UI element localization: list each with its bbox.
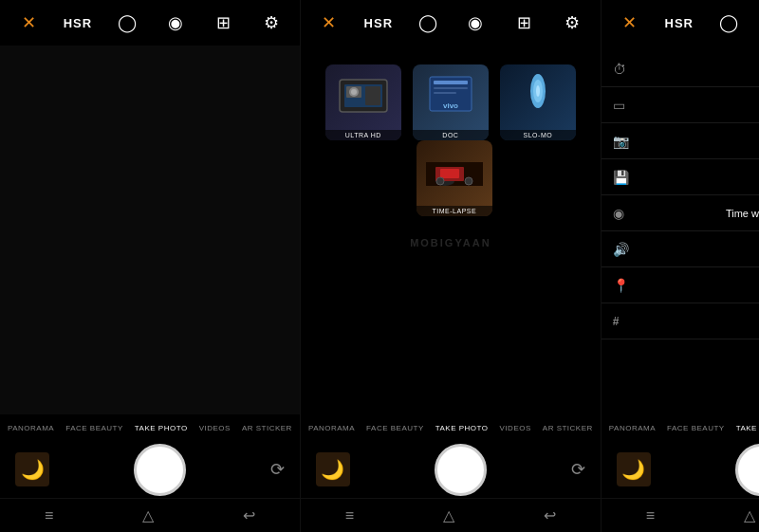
svg-point-18 [436, 177, 444, 185]
ultra-hd-image [325, 64, 401, 126]
grid-icon[interactable]: ⊞ [210, 12, 236, 33]
watermark-icon: ◉ [613, 206, 634, 221]
doc-label: DOC [413, 130, 489, 140]
svg-point-19 [465, 177, 472, 185]
slo-mo-label: SLO-MO [500, 130, 576, 140]
svg-rect-17 [440, 169, 459, 178]
profile-icon-right[interactable]: ◯ [715, 12, 742, 33]
ratio-icon: ▭ [613, 98, 634, 113]
capture-options: Touch Voice Palm [634, 136, 759, 147]
home-icon-mid[interactable]: △ [443, 506, 454, 524]
mode-panorama-right[interactable]: PANORAMA [609, 424, 656, 432]
timer-options: Off 3 s 10 s [634, 64, 759, 75]
mode-face-beauty-mid[interactable]: FACE BEAUTY [366, 424, 424, 432]
mode-row-2: TIME-LAPSE [409, 140, 492, 216]
mode-card-time-lapse[interactable]: TIME-LAPSE [417, 140, 492, 216]
gallery-thumb-right[interactable]: 🌙 [617, 452, 651, 486]
location-options: Geographic locations [634, 280, 759, 291]
shutter-button-right[interactable] [735, 444, 759, 496]
svg-rect-3 [365, 86, 380, 105]
menu-icon-right[interactable]: ≡ [646, 507, 655, 524]
svg-rect-7 [434, 81, 468, 84]
right-panel: ✕ HSR ◯ ◉ ⊞ ⚙ ⏱ Off 3 s 10 s ▭ Normal Fu… [602, 0, 759, 532]
framing-icon: # [613, 315, 634, 328]
right-mode-strip: PANORAMA FACE BEAUTY TAKE PHOTO VIDEOS A… [602, 414, 759, 441]
shutter-button[interactable] [134, 444, 186, 496]
back-icon-mid[interactable]: ↩ [544, 506, 556, 524]
svg-text:vivo: vivo [443, 101, 458, 110]
lens-icon-mid[interactable]: ◉ [462, 12, 489, 33]
back-icon[interactable]: ↩ [243, 506, 255, 524]
flip-camera-icon-mid[interactable]: ⟳ [571, 459, 585, 480]
left-toolbar: ✕ HSR ◯ ◉ ⊞ ⚙ [0, 0, 300, 46]
flash-icon[interactable]: ✕ [15, 12, 42, 33]
storage-setting[interactable]: 💾 Phone storage SD card [602, 159, 759, 195]
menu-icon-mid[interactable]: ≡ [345, 507, 354, 524]
settings-list: ⏱ Off 3 s 10 s ▭ Normal Full Square 📷 To… [602, 46, 759, 414]
middle-mode-strip: PANORAMA FACE BEAUTY TAKE PHOTO VIDEOS A… [301, 414, 601, 441]
left-cam-controls: 🌙 ⟳ [0, 441, 300, 498]
mode-take-photo-mid[interactable]: TAKE PHOTO [435, 424, 489, 432]
flash-icon-right[interactable]: ✕ [617, 12, 643, 33]
grid-icon-mid[interactable]: ⊞ [510, 12, 537, 33]
home-icon-right[interactable]: △ [744, 506, 755, 524]
mode-card-slo-mo[interactable]: SLO-MO [500, 64, 576, 140]
mode-face-beauty[interactable]: FACE BEAUTY [65, 424, 123, 432]
sound-setting[interactable]: 🔊 Sound [602, 231, 759, 267]
middle-bottom-nav: ≡ △ ↩ [301, 498, 601, 532]
gallery-thumb-mid[interactable]: 🌙 [316, 452, 350, 486]
hsr-label-right: HSR [665, 16, 694, 30]
mode-videos-mid[interactable]: VIDEOS [500, 424, 531, 432]
mode-take-photo[interactable]: TAKE PHOTO [135, 424, 188, 432]
mode-card-doc[interactable]: vivo DOC [413, 64, 489, 140]
profile-icon-mid[interactable]: ◯ [415, 12, 441, 33]
settings-icon-mid[interactable]: ⚙ [559, 12, 585, 33]
sound-options: Sound [634, 244, 759, 255]
right-bottom-nav: ≡ △ ↩ [602, 498, 759, 532]
home-icon[interactable]: △ [142, 506, 154, 524]
ratio-setting[interactable]: ▭ Normal Full Square [602, 87, 759, 123]
mode-panorama[interactable]: PANORAMA [8, 424, 54, 432]
profile-icon[interactable]: ◯ [114, 12, 140, 33]
left-camera-view [0, 46, 300, 414]
watermark: MOBIGYAAN [410, 237, 491, 248]
svg-point-13 [536, 85, 540, 97]
svg-point-5 [351, 89, 357, 95]
shutter-button-mid[interactable] [435, 444, 487, 496]
ultra-hd-label: ULTRA HD [325, 130, 401, 140]
flip-camera-icon[interactable]: ⟳ [270, 459, 285, 480]
mode-grid-area: ULTRA HD vivo DOC [301, 46, 601, 414]
hsr-label: HSR [64, 16, 92, 30]
settings-icon[interactable]: ⚙ [258, 12, 285, 33]
menu-icon[interactable]: ≡ [45, 507, 53, 524]
mode-videos[interactable]: VIDEOS [199, 424, 231, 432]
middle-panel: ✕ HSR ◯ ◉ ⊞ ⚙ ULTRA HD [301, 0, 602, 532]
watermark-setting[interactable]: ◉ Time watermark Model watermark [602, 195, 759, 231]
gallery-thumb[interactable]: 🌙 [15, 452, 49, 486]
mode-ar-sticker[interactable]: AR STICKER [242, 424, 292, 432]
middle-cam-controls: 🌙 ⟳ [301, 441, 601, 498]
mode-face-beauty-right[interactable]: FACE BEAUTY [667, 424, 725, 432]
timer-setting[interactable]: ⏱ Off 3 s 10 s [602, 51, 759, 87]
right-cam-controls: 🌙 ⟳ [602, 441, 759, 498]
mode-take-photo-right[interactable]: TAKE PHOTO [736, 424, 759, 432]
framing-options: Framing lines [634, 316, 759, 327]
framing-setting[interactable]: # Framing lines [602, 303, 759, 339]
lens-icon[interactable]: ◉ [162, 12, 189, 33]
doc-image: vivo [413, 64, 489, 126]
left-panel: ✕ HSR ◯ ◉ ⊞ ⚙ PANORAMA FACE BEAUTY TAKE … [0, 0, 301, 532]
location-setting[interactable]: 📍 Geographic locations [602, 267, 759, 303]
mode-card-ultra-hd[interactable]: ULTRA HD [325, 64, 401, 140]
mode-row-1: ULTRA HD vivo DOC [325, 64, 576, 140]
location-icon: 📍 [613, 278, 634, 293]
ratio-options: Normal Full Square [634, 100, 759, 111]
time-watermark[interactable]: Time watermark [726, 208, 759, 219]
mode-panorama-mid[interactable]: PANORAMA [308, 424, 355, 432]
right-toolbar: ✕ HSR ◯ ◉ ⊞ ⚙ [602, 0, 759, 46]
mode-ar-sticker-mid[interactable]: AR STICKER [543, 424, 593, 432]
capture-setting[interactable]: 📷 Touch Voice Palm [602, 123, 759, 159]
svg-rect-8 [434, 87, 468, 89]
flash-icon-mid[interactable]: ✕ [316, 12, 342, 33]
sound-icon: 🔊 [613, 242, 634, 257]
watermark-options: Time watermark Model watermark [634, 208, 759, 219]
